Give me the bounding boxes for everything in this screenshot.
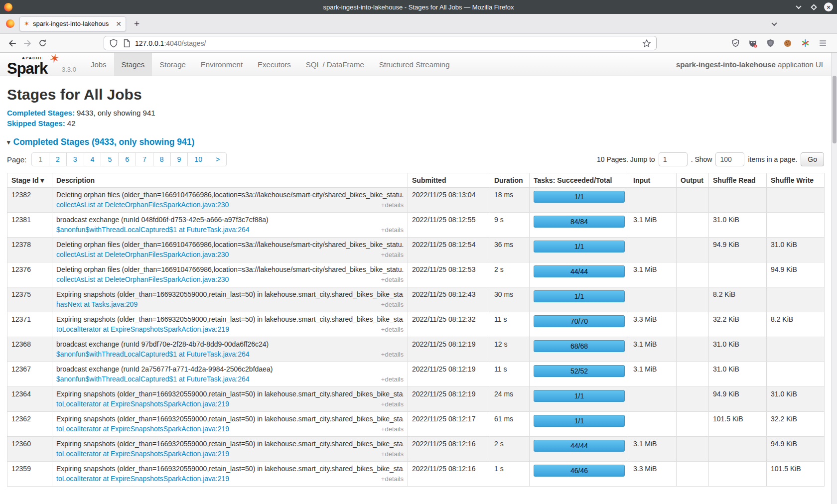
url-text[interactable]: 127.0.0.1:4040/stages/ [135, 39, 638, 47]
go-button[interactable]: Go [801, 152, 824, 166]
tasks-progress: 1/1 [534, 191, 625, 203]
reload-button[interactable] [35, 36, 50, 50]
page-button-2[interactable]: 2 [49, 152, 67, 166]
show-input[interactable] [715, 152, 744, 166]
details-toggle[interactable]: +details [381, 449, 404, 459]
cell-input: 3.3 MiB [629, 462, 677, 487]
tasks-count: 44/44 [570, 267, 588, 275]
maximize-button[interactable] [809, 2, 818, 11]
page-info-icon[interactable] [122, 39, 131, 48]
stage-detail-link[interactable]: $anonfun$withThreadLocalCaptured$1 at Fu… [56, 225, 250, 235]
stage-detail-link[interactable]: toLocalIterator at ExpireSnapshotsSparkA… [56, 325, 229, 334]
cell-description: Expiring snapshots (older_than=166932055… [52, 462, 408, 487]
details-toggle[interactable]: +details [381, 474, 404, 484]
tab-title: spark-ingest-into-lakehous [33, 20, 112, 27]
close-button[interactable]: × [824, 2, 833, 11]
list-all-tabs-button[interactable] [772, 22, 776, 26]
cell-tasks: 52/52 [530, 362, 629, 387]
url-bar[interactable]: 127.0.0.1:4040/stages/ [104, 36, 657, 50]
cookie-extension-icon[interactable] [783, 39, 792, 48]
menu-button[interactable] [818, 39, 827, 48]
column-header-output[interactable]: Output [677, 173, 709, 188]
stage-detail-link[interactable]: hasNext at Tasks.java:209 [56, 300, 138, 309]
tasks-progress-bar: 46/46 [534, 465, 625, 477]
ublock-extension-icon[interactable] [766, 39, 775, 48]
stage-detail-link[interactable]: toLocalIterator at ExpireSnapshotsSparkA… [56, 424, 229, 434]
bookmark-star-icon[interactable] [642, 39, 651, 48]
column-header-shuffle-read[interactable]: Shuffle Read [709, 173, 767, 188]
nav-item-jobs[interactable]: Jobs [83, 53, 114, 76]
vertical-scrollbar[interactable] [831, 53, 837, 504]
cell-shuffle-write: 94.9 KiB [767, 262, 825, 287]
asterisk-extension-icon[interactable] [801, 39, 810, 48]
jump-to-input[interactable] [659, 152, 688, 166]
nav-item-sql-dataframe[interactable]: SQL / DataFrame [298, 53, 372, 76]
table-row: 12367 broadcast exchange (runId 2a75677f… [7, 362, 825, 387]
column-header-submitted[interactable]: Submitted [408, 173, 490, 188]
stage-detail-link[interactable]: $anonfun$withThreadLocalCaptured$1 at Fu… [56, 350, 250, 359]
page-button-5[interactable]: 5 [101, 152, 119, 166]
cell-shuffle-write [767, 213, 825, 238]
page-button-6[interactable]: 6 [118, 152, 136, 166]
page-button-1[interactable]: 1 [31, 152, 49, 166]
details-toggle[interactable]: +details [381, 325, 404, 334]
spark-logo[interactable]: APACHE Spark ✶ [7, 54, 58, 76]
back-button[interactable] [5, 36, 20, 50]
nav-item-environment[interactable]: Environment [193, 53, 250, 76]
details-toggle[interactable]: +details [381, 399, 404, 409]
cell-input: 3.1 MiB [629, 213, 677, 238]
firefox-icon[interactable] [6, 19, 14, 28]
stage-detail-link[interactable]: collectAsList at DeleteOrphanFilesSparkA… [56, 250, 229, 259]
column-header-tasks-succeeded-total[interactable]: Tasks: Succeeded/Total [530, 173, 629, 188]
shield-check-extension-icon[interactable] [731, 39, 740, 48]
page-button-8[interactable]: 8 [153, 152, 171, 166]
forward-button[interactable] [20, 36, 35, 50]
stage-detail-link[interactable]: $anonfun$withThreadLocalCaptured$1 at Fu… [56, 375, 250, 384]
cell-tasks: 1/1 [530, 412, 629, 437]
nav-item-storage[interactable]: Storage [152, 53, 193, 76]
stage-detail-link[interactable]: toLocalIterator at ExpireSnapshotsSparkA… [56, 399, 229, 409]
stage-description: Expiring snapshots (older_than=166932055… [56, 290, 404, 299]
page-button-4[interactable]: 4 [84, 152, 102, 166]
scrollbar-thumb[interactable] [833, 76, 837, 143]
items-in-page-label: items in a page. [748, 155, 797, 163]
page-button-3[interactable]: 3 [66, 152, 84, 166]
details-toggle[interactable]: +details [381, 250, 404, 259]
cell-duration: 18 ms [490, 188, 530, 213]
tracking-shield-icon[interactable] [109, 39, 118, 48]
column-header-stage-id[interactable]: Stage Id ▾ [7, 173, 52, 188]
nav-item-structured-streaming[interactable]: Structured Streaming [372, 53, 457, 76]
details-toggle[interactable]: +details [381, 350, 404, 359]
column-header-shuffle-write[interactable]: Shuffle Write [767, 173, 825, 188]
column-header-duration[interactable]: Duration [490, 173, 530, 188]
minimize-button[interactable] [794, 2, 803, 11]
mask-extension-icon[interactable] [748, 39, 757, 48]
nav-item-stages[interactable]: Stages [114, 53, 152, 76]
stage-detail-link[interactable]: toLocalIterator at ExpireSnapshotsSparkA… [56, 474, 229, 484]
cell-stage-id: 12360 [7, 437, 52, 462]
nav-item-executors[interactable]: Executors [250, 53, 298, 76]
details-toggle[interactable]: +details [381, 275, 404, 284]
page-button-7[interactable]: 7 [136, 152, 153, 166]
completed-stages-section-toggle[interactable]: ▾Completed Stages (9433, only showing 94… [7, 137, 824, 147]
column-header-input[interactable]: Input [629, 173, 677, 188]
new-tab-button[interactable]: + [134, 18, 140, 29]
tab-close-icon[interactable]: ✕ [116, 20, 122, 27]
details-toggle[interactable]: +details [381, 375, 404, 384]
completed-stages-label: Completed Stages: [7, 109, 75, 117]
cell-input: 3.1 MiB [629, 437, 677, 462]
spark-version: 3.3.0 [62, 66, 76, 73]
stage-detail-link[interactable]: collectAsList at DeleteOrphanFilesSparkA… [56, 275, 229, 284]
stage-detail-link[interactable]: collectAsList at DeleteOrphanFilesSparkA… [56, 200, 229, 210]
browser-tab[interactable]: ✶ spark-ingest-into-lakehous ✕ [19, 16, 126, 31]
details-toggle[interactable]: +details [381, 300, 404, 309]
details-toggle[interactable]: +details [381, 424, 404, 434]
page-button-next[interactable]: > [209, 152, 227, 166]
page-button-9[interactable]: 9 [170, 152, 188, 166]
column-header-description[interactable]: Description [52, 173, 408, 188]
page-button-10[interactable]: 10 [187, 152, 209, 166]
details-toggle[interactable]: +details [381, 200, 404, 210]
details-toggle[interactable]: +details [381, 225, 404, 235]
tasks-count: 44/44 [570, 442, 588, 450]
stage-detail-link[interactable]: toLocalIterator at ExpireSnapshotsSparkA… [56, 449, 229, 459]
